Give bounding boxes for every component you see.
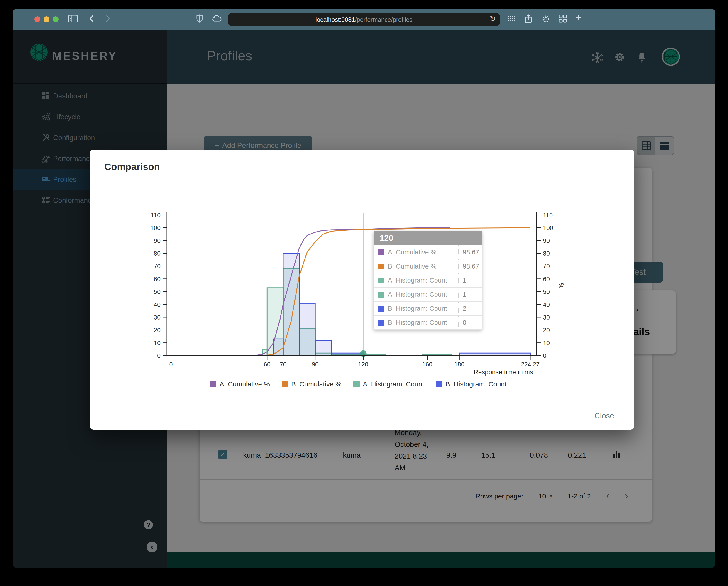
series-swatch [378, 277, 384, 283]
svg-text:100: 100 [150, 224, 161, 231]
chart-tooltip: 120 A: Cumulative %98.67B: Cumulative %9… [374, 231, 482, 330]
svg-text:10: 10 [543, 340, 550, 347]
svg-text:60: 60 [264, 361, 270, 368]
svg-text:70: 70 [543, 263, 550, 270]
tooltip-row: A: Histogram: Count1 [374, 288, 482, 302]
comparison-modal: Comparison 00101020203030404050506060707… [90, 150, 634, 429]
series-swatch [378, 291, 384, 297]
svg-text:110: 110 [543, 212, 553, 219]
share-icon[interactable] [524, 14, 532, 24]
svg-text:60: 60 [543, 276, 550, 283]
url-path: /performance/profiles [355, 16, 413, 23]
svg-text:40: 40 [543, 301, 550, 308]
svg-text:20: 20 [154, 327, 161, 334]
svg-text:0: 0 [169, 361, 173, 368]
tooltip-series-value: 98.67 [458, 245, 482, 259]
svg-text:70: 70 [280, 361, 286, 368]
series-swatch [378, 320, 384, 325]
modal-title: Comparison [104, 161, 160, 172]
forward-icon[interactable] [105, 14, 111, 23]
svg-text:90: 90 [312, 361, 319, 368]
svg-text:40: 40 [154, 301, 161, 308]
histogram-bar[interactable] [331, 353, 363, 355]
tooltip-series-value: 98.67 [458, 260, 482, 273]
sidebar-toggle-icon[interactable] [68, 14, 78, 23]
svg-text:100: 100 [543, 224, 553, 231]
legend-item[interactable]: A: Cumulative % [210, 380, 270, 388]
chart-legend: A: Cumulative %B: Cumulative %A: Histogr… [150, 380, 567, 388]
svg-text:0: 0 [543, 352, 546, 359]
tooltip-series-label: A: Cumulative % [388, 248, 458, 256]
histogram-bar[interactable] [459, 353, 530, 355]
legend-label: B: Histogram: Count [445, 380, 506, 388]
svg-text:30: 30 [154, 314, 161, 321]
extensions-grid-icon[interactable] [558, 14, 567, 23]
svg-text:90: 90 [543, 237, 550, 244]
browser-window: localhost:9081/performance/profiles ↻ + [13, 9, 715, 568]
tooltip-row: B: Histogram: Count0 [374, 316, 482, 330]
comparison-chart[interactable]: 0010102020303040405050606070708080909010… [150, 206, 567, 378]
svg-text:90: 90 [154, 237, 161, 244]
tooltip-series-value: 0 [458, 316, 482, 329]
browser-titlebar: localhost:9081/performance/profiles ↻ + [13, 9, 715, 30]
svg-text:20: 20 [543, 327, 550, 334]
svg-text:120: 120 [358, 361, 368, 368]
svg-text:160: 160 [422, 361, 433, 368]
legend-label: A: Histogram: Count [363, 380, 424, 388]
privacy-shield-icon[interactable] [196, 14, 203, 23]
svg-text:0: 0 [157, 352, 161, 359]
tooltip-header: 120 [374, 231, 482, 245]
legend-item[interactable]: B: Cumulative % [282, 380, 342, 388]
tooltip-series-value: 1 [458, 273, 482, 287]
series-swatch [378, 305, 384, 311]
histogram-bar[interactable] [315, 340, 331, 355]
browser-settings-gear-icon[interactable] [541, 14, 551, 24]
svg-text:50: 50 [154, 289, 161, 295]
svg-text:30: 30 [543, 314, 550, 321]
tooltip-row: A: Cumulative %98.67 [374, 245, 482, 260]
svg-text:180: 180 [454, 361, 465, 368]
right-axis-label: % [558, 283, 565, 289]
legend-label: A: Cumulative % [219, 380, 270, 388]
tooltip-series-label: B: Cumulative % [388, 263, 458, 270]
tooltip-series-value: 1 [458, 288, 482, 301]
screen: localhost:9081/performance/profiles ↻ + [0, 0, 728, 586]
tooltip-row: B: Cumulative %98.67 [374, 260, 482, 273]
back-icon[interactable] [88, 14, 95, 23]
svg-text:80: 80 [543, 250, 550, 257]
tooltip-series-value: 2 [458, 302, 482, 315]
new-tab-plus-icon[interactable]: + [576, 12, 581, 23]
x-axis-label: Response time in ms [474, 369, 533, 376]
tab-overview-icon[interactable] [507, 14, 516, 23]
legend-swatch [353, 381, 360, 387]
close-window-button[interactable] [34, 16, 41, 22]
address-bar[interactable]: localhost:9081/performance/profiles ↻ [228, 13, 500, 26]
chart-canvas: 0010102020303040405050606070708080909010… [150, 206, 567, 378]
svg-text:60: 60 [154, 276, 161, 283]
legend-item[interactable]: A: Histogram: Count [353, 380, 424, 388]
tooltip-row: B: Histogram: Count2 [374, 302, 482, 316]
tooltip-series-label: A: Histogram: Count [388, 291, 458, 298]
close-modal-button[interactable]: Close [594, 411, 614, 421]
tooltip-series-label: A: Histogram: Count [388, 277, 458, 284]
tooltip-series-label: B: Histogram: Count [388, 305, 458, 312]
legend-swatch [282, 381, 288, 387]
svg-text:80: 80 [154, 250, 161, 257]
svg-text:224.27: 224.27 [521, 361, 540, 368]
series-swatch [378, 249, 384, 255]
svg-text:70: 70 [154, 263, 161, 270]
legend-swatch [436, 381, 442, 387]
svg-text:10: 10 [154, 340, 161, 347]
reload-icon[interactable]: ↻ [490, 15, 496, 23]
legend-swatch [210, 381, 216, 387]
histogram-bar[interactable] [299, 303, 315, 355]
svg-text:110: 110 [151, 212, 161, 219]
legend-item[interactable]: B: Histogram: Count [436, 380, 506, 388]
series-swatch [378, 263, 384, 269]
cloud-icon[interactable] [211, 14, 222, 23]
tooltip-series-label: B: Histogram: Count [388, 319, 458, 326]
maximize-window-button[interactable] [53, 16, 58, 22]
svg-text:50: 50 [543, 289, 550, 295]
minimize-window-button[interactable] [44, 16, 49, 22]
legend-label: B: Cumulative % [291, 380, 342, 388]
